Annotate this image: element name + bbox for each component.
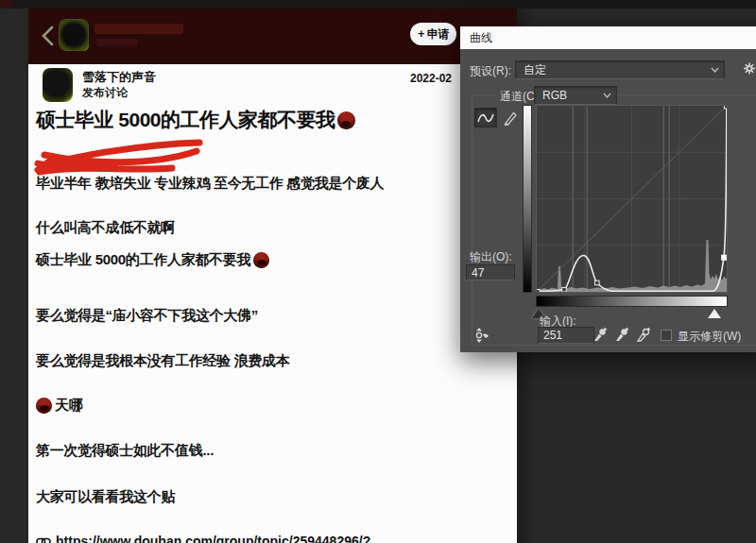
input-gradient-bar bbox=[536, 296, 728, 307]
group-header: + 申请 bbox=[28, 8, 517, 64]
input-value-field[interactable] bbox=[538, 327, 594, 344]
post-paragraph: 要么觉得是我根本没有工作经验 浪费成本 bbox=[36, 352, 480, 370]
gray-point-eyedropper-icon[interactable] bbox=[614, 326, 629, 343]
show-clipping-label: 显示修剪(W) bbox=[678, 329, 741, 345]
corner-color-swatch bbox=[0, 0, 12, 8]
show-clipping-checkbox[interactable] bbox=[661, 330, 672, 341]
preset-label: 预设(R): bbox=[470, 63, 511, 79]
preset-options-gear-icon[interactable] bbox=[742, 60, 756, 77]
screen-top-strip bbox=[0, 0, 756, 8]
dialog-title: 曲线 bbox=[470, 31, 492, 44]
group-name-illegible bbox=[94, 24, 183, 34]
chevron-down-icon bbox=[711, 67, 719, 73]
dialog-titlebar[interactable]: 曲线 bbox=[460, 26, 756, 49]
output-value-field[interactable] bbox=[466, 264, 515, 280]
targeted-adjustment-tool-icon[interactable] bbox=[470, 326, 492, 345]
channel-select[interactable]: RGB bbox=[534, 86, 617, 105]
post-paragraph: 要么觉得是“庙小容不下我这个大佛” bbox=[36, 307, 480, 325]
curve-tool-icon bbox=[477, 111, 494, 125]
post-paragraph: 硕士毕业 5000的工作人家都不要我 bbox=[36, 251, 480, 269]
pencil-tool-button[interactable] bbox=[499, 108, 522, 127]
white-point-eyedropper-icon[interactable] bbox=[636, 326, 651, 343]
post-paragraph: 大家可以看看我这个贴 bbox=[36, 488, 480, 506]
post-date: 2022-02 bbox=[410, 72, 452, 85]
highlight-input-slider[interactable] bbox=[708, 309, 721, 318]
post-paragraph: 毕业半年 教培失业 专业辣鸡 至今无工作 感觉我是个废人 bbox=[36, 175, 480, 193]
author-name: 雪落下的声音 bbox=[82, 69, 156, 86]
crying-face-emoji bbox=[36, 398, 52, 414]
curve-plot bbox=[537, 106, 727, 292]
crying-face-emoji bbox=[253, 252, 269, 268]
group-avatar bbox=[60, 20, 88, 50]
post-paragraph: 第一次觉得硕士如此不值钱... bbox=[36, 442, 480, 460]
output-gradient-bar bbox=[523, 105, 532, 293]
selected-curve-point bbox=[722, 255, 727, 260]
pencil-icon bbox=[503, 110, 518, 126]
crying-face-emoji bbox=[337, 111, 355, 129]
post-paragraph: 天哪 bbox=[36, 397, 480, 415]
group-members-illegible bbox=[96, 39, 138, 46]
curves-dialog: 曲线 预设(R): 自定 通道(C): RGB bbox=[460, 26, 756, 352]
apply-button[interactable]: + 申请 bbox=[410, 23, 456, 45]
output-label: 输出(O): bbox=[470, 249, 512, 265]
author-action: 发布讨论 bbox=[82, 85, 128, 101]
dialog-body: 预设(R): 自定 通道(C): RGB bbox=[460, 49, 756, 352]
back-icon[interactable] bbox=[40, 25, 57, 47]
black-point-eyedropper-icon[interactable] bbox=[593, 326, 608, 343]
douban-post-image: + 申请 2022-02 雪落下的声音 发布讨论 硕士毕业 5000的工作人家都… bbox=[28, 8, 517, 543]
preset-select[interactable]: 自定 bbox=[515, 60, 725, 79]
chevron-down-icon bbox=[603, 93, 611, 98]
curve-graph[interactable] bbox=[536, 105, 728, 293]
link-icon bbox=[36, 535, 51, 543]
author-avatar bbox=[43, 68, 73, 102]
photoshop-canvas: { "post": { "header": { "apply_label": "… bbox=[0, 0, 756, 543]
post-paragraph: 什么叫高不成低不就啊 bbox=[36, 219, 480, 237]
curve-point-tool-button[interactable] bbox=[474, 108, 497, 127]
post-link[interactable]: https://www.douban.com/group/topic/25944… bbox=[36, 534, 370, 543]
